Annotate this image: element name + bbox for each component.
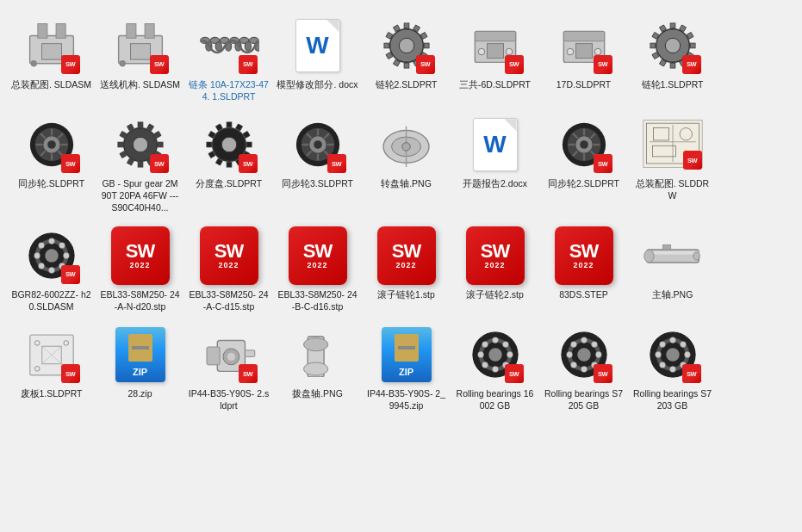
- file-icon: SW: [110, 114, 171, 175]
- file-item[interactable]: ZIPIP44-B35-Y90S- 2_9945.zip: [362, 319, 451, 415]
- file-item[interactable]: SW废板1.SLDPRT: [7, 319, 96, 415]
- svg-rect-56: [650, 43, 655, 48]
- file-item[interactable]: SW2022EBL33-S8M250- 24-B-C-d16.stp: [273, 220, 362, 316]
- file-label: 同步轮2.SLDPRT: [548, 178, 619, 190]
- file-item[interactable]: SW同步轮3.SLDPRT: [273, 109, 362, 217]
- file-label: 转盘轴.PNG: [381, 178, 432, 190]
- svg-point-21: [245, 41, 251, 51]
- svg-rect-9: [130, 44, 150, 59]
- svg-point-147: [48, 238, 54, 244]
- file-icon: SW: [643, 15, 703, 76]
- file-label: BGR82-6002ZZ- h20.SLDASM: [10, 289, 92, 312]
- file-item[interactable]: SW2022EBL33-S8M250- 24-A-N-d20.stp: [96, 220, 184, 316]
- file-icon: SW2022: [110, 226, 171, 286]
- file-label: EBL33-S8M250- 24-A-C-d15.stp: [188, 289, 270, 312]
- svg-point-144: [38, 263, 44, 269]
- svg-point-188: [581, 367, 587, 373]
- svg-point-202: [655, 352, 661, 358]
- file-label: 滚子链轮2.stp: [466, 289, 524, 301]
- file-item[interactable]: SWRolling bearings 16002 GB: [451, 319, 539, 415]
- svg-point-145: [34, 253, 40, 259]
- file-item[interactable]: SW202283DS.STEP: [539, 220, 628, 316]
- svg-point-15: [215, 41, 221, 51]
- svg-rect-32: [383, 43, 389, 48]
- file-item[interactable]: SW三共-6D.SLDPRT: [451, 10, 539, 106]
- svg-rect-8: [145, 24, 154, 39]
- file-item[interactable]: SW链轮2.SLDPRT: [362, 10, 451, 106]
- svg-point-198: [684, 352, 690, 358]
- file-icon: [643, 226, 703, 286]
- svg-rect-163: [207, 348, 220, 366]
- file-icon: SW: [465, 15, 525, 76]
- file-label: 废板1.SLDPRT: [21, 388, 83, 400]
- file-icon: SW: [554, 114, 614, 175]
- file-icon: SW: [643, 114, 703, 175]
- svg-rect-7: [126, 24, 135, 39]
- file-item[interactable]: ZIP28.zip: [96, 319, 184, 415]
- file-item[interactable]: SW2022滚子链轮2.stp: [451, 220, 539, 316]
- svg-point-42: [506, 48, 513, 55]
- file-item[interactable]: SW同步轮2.SLDPRT: [539, 109, 628, 217]
- file-item[interactable]: W开题报告2.docx: [451, 109, 539, 217]
- svg-rect-59: [670, 23, 675, 28]
- svg-point-190: [566, 352, 572, 358]
- file-icon: SW: [554, 325, 614, 385]
- file-label: 同步轮.SLDPRT: [18, 178, 84, 190]
- file-item[interactable]: 转盘轴.PNG: [362, 109, 451, 217]
- file-item[interactable]: SWGB - Spur gear 2M 90T 20PA 46FW ---S90…: [96, 109, 184, 217]
- svg-point-180: [492, 337, 498, 343]
- file-item[interactable]: SWRolling bearings S7203 GB: [628, 319, 717, 415]
- svg-rect-29: [404, 63, 409, 68]
- file-icon: SW: [199, 15, 259, 76]
- file-item[interactable]: SW2022滚子链轮1.stp: [362, 220, 451, 316]
- file-icon: SW2022: [199, 226, 259, 286]
- svg-rect-39: [475, 31, 515, 40]
- file-item[interactable]: SW送线机构. SLDASM: [96, 10, 184, 106]
- file-label: EBL33-S8M250- 24-A-N-d20.stp: [99, 289, 181, 312]
- file-label: 送线机构. SLDASM: [100, 79, 180, 91]
- svg-rect-76: [158, 142, 163, 147]
- file-item[interactable]: SWBGR82-6002ZZ- h20.SLDASM: [7, 220, 96, 316]
- file-icon: [376, 114, 437, 175]
- file-item[interactable]: SW链轮1.SLDPRT: [628, 10, 717, 106]
- file-label: 拨盘轴.PNG: [292, 388, 343, 400]
- file-item[interactable]: SW总装配图. SLDDRW: [628, 109, 717, 217]
- svg-point-186: [595, 352, 601, 358]
- file-label: 链轮1.SLDPRT: [642, 79, 704, 91]
- file-icon: SW: [22, 114, 82, 175]
- svg-point-191: [570, 342, 576, 348]
- svg-rect-26: [424, 43, 429, 48]
- file-label: 主轴.PNG: [652, 289, 693, 301]
- svg-point-197: [666, 349, 679, 362]
- svg-point-25: [399, 38, 413, 53]
- file-item[interactable]: SW2022EBL33-S8M250- 24-A-C-d15.stp: [184, 220, 273, 316]
- file-item[interactable]: 主轴.PNG: [628, 220, 717, 316]
- svg-rect-44: [563, 31, 604, 40]
- svg-point-189: [570, 362, 576, 368]
- file-item[interactable]: SW总装配图. SLDASM: [7, 10, 96, 106]
- file-icon: SW: [199, 114, 259, 175]
- file-label: 三共-6D.SLDPRT: [459, 79, 531, 91]
- svg-rect-40: [487, 44, 503, 59]
- svg-rect-50: [690, 43, 695, 48]
- file-item[interactable]: SW同步轮.SLDPRT: [7, 109, 96, 217]
- svg-point-146: [38, 243, 44, 249]
- file-item[interactable]: SW17D.SLDPRT: [539, 10, 628, 106]
- file-item[interactable]: SWRolling bearings S7205 GB: [539, 319, 628, 415]
- file-icon: ZIP: [110, 325, 171, 385]
- svg-point-143: [48, 268, 54, 274]
- file-item[interactable]: SW链条 10A-17X23-474. 1.SLDPRT: [184, 10, 273, 106]
- file-label: 同步轮3.SLDPRT: [282, 178, 353, 190]
- file-item[interactable]: SW分度盘.SLDPRT: [184, 109, 273, 217]
- file-icon: SW: [22, 325, 82, 385]
- svg-point-152: [693, 252, 699, 260]
- svg-rect-3: [41, 44, 61, 59]
- svg-point-121: [580, 140, 588, 149]
- svg-point-166: [227, 353, 234, 361]
- file-icon: SW2022: [288, 226, 348, 286]
- empty-cell: [717, 220, 802, 316]
- file-item[interactable]: W模型修改部分. docx: [273, 10, 362, 106]
- file-item[interactable]: SWIP44-B35-Y90S- 2.sldprt: [184, 319, 273, 415]
- empty-cell: [717, 10, 802, 106]
- file-item[interactable]: 拨盘轴.PNG: [273, 319, 362, 415]
